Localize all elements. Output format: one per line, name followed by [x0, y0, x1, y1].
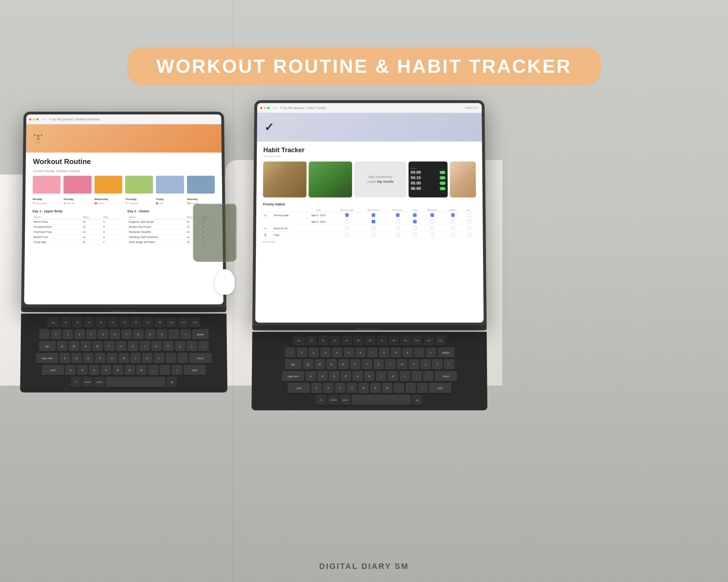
key-8-r[interactable]: 8: [379, 347, 389, 358]
key-tab-r[interactable]: tab: [285, 359, 301, 369]
key-3[interactable]: 3: [74, 329, 84, 340]
check-b3[interactable]: [387, 219, 408, 225]
key-equals[interactable]: =: [180, 329, 190, 340]
close-btn-r[interactable]: [260, 107, 262, 109]
key-comma-r[interactable]: ,: [394, 383, 404, 393]
key-x-r[interactable]: X: [323, 383, 333, 393]
nav-forward[interactable]: ›: [44, 117, 46, 121]
key-control-l[interactable]: control: [82, 377, 93, 387]
key-4[interactable]: 4: [86, 329, 96, 340]
empty-y5[interactable]: [422, 232, 444, 238]
check-3[interactable]: [387, 212, 408, 219]
empty-y2[interactable]: [360, 232, 387, 238]
key-t[interactable]: T: [104, 341, 114, 351]
key-f8[interactable]: F8: [143, 317, 153, 327]
key-shift-l-r[interactable]: shift: [288, 383, 310, 393]
key-d-r[interactable]: D: [329, 371, 339, 382]
key-q-r[interactable]: Q: [303, 359, 313, 369]
key-f8-r[interactable]: F8: [388, 335, 399, 346]
check-b1[interactable]: [333, 219, 361, 225]
key-j-r[interactable]: J: [376, 371, 386, 382]
key-p-r[interactable]: P: [408, 359, 419, 369]
key-e-r[interactable]: E: [326, 359, 336, 369]
key-5[interactable]: 5: [98, 329, 108, 340]
key-delete[interactable]: delete: [192, 329, 209, 340]
key-p[interactable]: P: [163, 341, 173, 351]
key-slash[interactable]: /: [172, 365, 182, 375]
key-z-r[interactable]: Z: [311, 383, 321, 393]
key-5-r[interactable]: 5: [344, 347, 354, 358]
key-k-r[interactable]: K: [388, 371, 398, 382]
check-b4[interactable]: [408, 219, 421, 225]
key-g-r[interactable]: G: [353, 371, 363, 382]
key-period-r[interactable]: .: [405, 383, 416, 393]
key-f6[interactable]: F6: [119, 317, 130, 327]
key-m-r[interactable]: M: [382, 383, 392, 393]
check-b7[interactable]: [462, 219, 476, 225]
empty-c5[interactable]: [422, 225, 444, 232]
key-l[interactable]: L: [154, 353, 164, 363]
key-z[interactable]: Z: [66, 365, 76, 375]
key-v-r[interactable]: V: [347, 383, 357, 393]
key-f10[interactable]: F10: [166, 317, 177, 327]
key-delete-r[interactable]: delete: [438, 347, 454, 358]
key-command[interactable]: ⌘: [167, 377, 177, 387]
key-u[interactable]: U: [128, 341, 138, 351]
empty-y7[interactable]: [463, 232, 476, 238]
key-equals-r[interactable]: =: [426, 347, 436, 358]
key-bracket-r[interactable]: ]: [186, 341, 197, 351]
key-quote-r[interactable]: ': [423, 371, 433, 382]
key-t-r[interactable]: T: [350, 359, 360, 369]
key-backslash[interactable]: \: [198, 341, 209, 351]
key-6[interactable]: 6: [110, 329, 120, 340]
add-priority-btn[interactable]: add priority: [262, 240, 476, 243]
minimize-btn[interactable]: [33, 118, 35, 120]
key-k[interactable]: K: [142, 353, 153, 363]
key-esc[interactable]: esc: [47, 317, 59, 327]
key-v[interactable]: V: [101, 365, 111, 375]
key-minus[interactable]: -: [169, 329, 179, 340]
key-1-r[interactable]: 1: [297, 347, 307, 358]
key-e[interactable]: E: [80, 341, 91, 351]
check-b2[interactable]: [360, 219, 387, 225]
key-c[interactable]: C: [89, 365, 100, 375]
key-f-r[interactable]: F: [341, 371, 351, 382]
key-9[interactable]: 9: [145, 329, 155, 340]
key-f7-r[interactable]: F7: [377, 335, 387, 346]
key-y[interactable]: Y: [116, 341, 126, 351]
key-fn[interactable]: fn: [71, 377, 81, 387]
key-f3[interactable]: F3: [84, 317, 94, 327]
key-2-r[interactable]: 2: [308, 347, 318, 358]
key-o-r[interactable]: O: [397, 359, 407, 369]
key-option-l[interactable]: option: [94, 377, 105, 387]
check-5[interactable]: [421, 212, 443, 219]
empty-c7[interactable]: [462, 225, 476, 232]
key-a[interactable]: A: [60, 353, 70, 363]
key-u-r[interactable]: U: [373, 359, 384, 369]
key-3-r[interactable]: 3: [320, 347, 330, 358]
timer-toggle-2[interactable]: [440, 176, 446, 179]
key-1[interactable]: 1: [51, 329, 61, 340]
key-6-r[interactable]: 6: [355, 347, 365, 358]
key-f12-r[interactable]: F12: [435, 335, 446, 346]
check-4[interactable]: [408, 212, 421, 219]
key-f1[interactable]: F1: [60, 317, 71, 327]
key-backslash-r[interactable]: \: [444, 359, 454, 369]
key-f12[interactable]: F12: [190, 317, 200, 327]
key-return-r[interactable]: return: [435, 371, 457, 382]
key-esc-r[interactable]: esc: [293, 335, 305, 346]
key-s-r[interactable]: S: [317, 371, 328, 382]
key-w-r[interactable]: W: [314, 359, 325, 369]
key-caps[interactable]: caps lock: [36, 353, 58, 363]
key-f5-r[interactable]: F5: [353, 335, 364, 346]
key-slash-r[interactable]: /: [417, 383, 427, 393]
key-a-r[interactable]: A: [305, 371, 316, 382]
key-f4-r[interactable]: F4: [341, 335, 352, 346]
key-x[interactable]: X: [77, 365, 88, 375]
key-f2-r[interactable]: F2: [318, 335, 328, 346]
key-f3-r[interactable]: F3: [330, 335, 340, 346]
close-btn[interactable]: [29, 118, 31, 120]
key-b[interactable]: B: [113, 365, 123, 375]
key-bracket-r-r[interactable]: ]: [432, 359, 442, 369]
check-2[interactable]: [360, 212, 387, 219]
